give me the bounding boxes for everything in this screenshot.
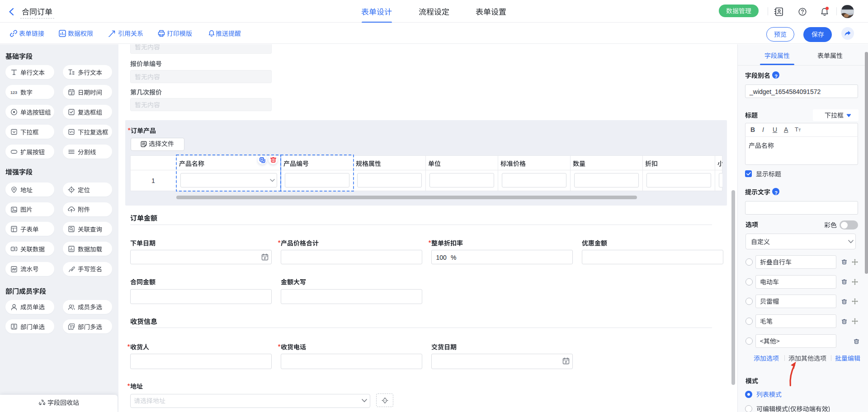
svg-text:123: 123 — [10, 90, 17, 95]
